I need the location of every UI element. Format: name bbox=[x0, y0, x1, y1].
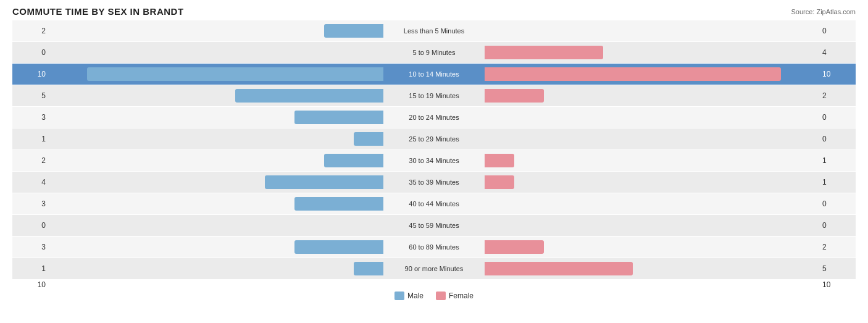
female-value: 0 bbox=[819, 27, 856, 35]
female-value: 4 bbox=[819, 48, 856, 57]
female-value: 2 bbox=[819, 91, 856, 100]
male-bar-container bbox=[49, 89, 385, 103]
male-bar-container bbox=[49, 111, 385, 124]
female-bar bbox=[485, 46, 603, 59]
female-bar-container bbox=[483, 132, 819, 146]
female-bar bbox=[485, 67, 781, 81]
bar-area: 15 to 19 Minutes bbox=[49, 85, 819, 106]
female-bar-container bbox=[483, 154, 819, 167]
chart-row: 05 to 9 Minutes4 bbox=[12, 42, 856, 63]
bar-area: 25 to 29 Minutes bbox=[49, 128, 819, 149]
legend-male: Male bbox=[394, 292, 424, 300]
male-value: 5 bbox=[12, 91, 49, 100]
female-bar-container bbox=[483, 89, 819, 103]
female-bar bbox=[485, 175, 514, 189]
female-value: 10 bbox=[819, 70, 856, 78]
male-bar-container bbox=[49, 175, 385, 189]
row-label: 40 to 44 Minutes bbox=[385, 200, 483, 208]
male-bar bbox=[354, 262, 383, 275]
chart-source: Source: ZipAtlas.com bbox=[791, 8, 856, 15]
male-bar bbox=[294, 111, 383, 124]
row-label: 5 to 9 Minutes bbox=[385, 49, 483, 56]
male-value: 4 bbox=[12, 178, 49, 187]
female-bar-container bbox=[483, 67, 819, 81]
female-bar-container bbox=[483, 240, 819, 254]
female-value: 1 bbox=[819, 178, 856, 187]
chart-row: 340 to 44 Minutes0 bbox=[12, 193, 856, 214]
male-value: 0 bbox=[12, 48, 49, 57]
bar-area: 35 to 39 Minutes bbox=[49, 172, 819, 193]
row-label: 10 to 14 Minutes bbox=[385, 70, 483, 78]
male-bar-container bbox=[49, 46, 385, 59]
bar-area: 5 to 9 Minutes bbox=[49, 42, 819, 63]
male-bar bbox=[235, 89, 383, 103]
chart-row: 045 to 59 Minutes0 bbox=[12, 215, 856, 236]
chart-row: 125 to 29 Minutes0 bbox=[12, 128, 856, 149]
chart-row: 230 to 34 Minutes1 bbox=[12, 150, 856, 171]
male-bar-container bbox=[49, 240, 385, 254]
chart-row: 1010 to 14 Minutes10 bbox=[12, 64, 856, 85]
female-bar bbox=[485, 262, 633, 275]
male-bar bbox=[324, 24, 383, 38]
chart-row: 2Less than 5 Minutes0 bbox=[12, 20, 856, 41]
chart-row: 320 to 24 Minutes0 bbox=[12, 107, 856, 128]
female-value: 2 bbox=[819, 243, 856, 251]
male-bar-container bbox=[49, 154, 385, 167]
row-label: 25 to 29 Minutes bbox=[385, 135, 483, 143]
female-value: 5 bbox=[819, 264, 856, 273]
female-value: 1 bbox=[819, 156, 856, 165]
female-bar-container bbox=[483, 111, 819, 124]
row-label: 45 to 59 Minutes bbox=[385, 222, 483, 229]
female-bar-container bbox=[483, 262, 819, 275]
male-bar-container bbox=[49, 262, 385, 275]
female-bar bbox=[485, 89, 544, 103]
row-label: 60 to 89 Minutes bbox=[385, 243, 483, 251]
female-value: 0 bbox=[819, 221, 856, 230]
row-label: 90 or more Minutes bbox=[385, 265, 483, 272]
male-value: 1 bbox=[12, 264, 49, 273]
legend-female: Female bbox=[436, 292, 474, 300]
axis-right-number: 10 bbox=[819, 280, 856, 289]
bar-area: 20 to 24 Minutes bbox=[49, 107, 819, 128]
male-bar-container bbox=[49, 24, 385, 38]
male-bar bbox=[294, 240, 383, 254]
bar-area: 10 to 14 Minutes bbox=[49, 64, 819, 85]
male-value: 2 bbox=[12, 156, 49, 165]
chart-row: 515 to 19 Minutes2 bbox=[12, 85, 856, 106]
female-bar-container bbox=[483, 197, 819, 211]
male-bar bbox=[265, 175, 383, 189]
bar-area: 60 to 89 Minutes bbox=[49, 237, 819, 258]
female-value: 0 bbox=[819, 113, 856, 122]
female-bar-container bbox=[483, 175, 819, 189]
male-bar-container bbox=[49, 132, 385, 146]
chart-row: 360 to 89 Minutes2 bbox=[12, 237, 856, 258]
male-value: 2 bbox=[12, 27, 49, 35]
female-bar-container bbox=[483, 46, 819, 59]
legend-female-box bbox=[436, 292, 446, 300]
male-value: 3 bbox=[12, 243, 49, 251]
male-value: 1 bbox=[12, 135, 49, 143]
legend: Male Female bbox=[12, 292, 856, 300]
male-value: 3 bbox=[12, 113, 49, 122]
male-value: 3 bbox=[12, 199, 49, 208]
male-bar bbox=[354, 132, 383, 146]
bar-area: 45 to 59 Minutes bbox=[49, 215, 819, 236]
male-bar-container bbox=[49, 219, 385, 232]
female-bar bbox=[485, 240, 544, 254]
legend-male-box bbox=[394, 292, 404, 300]
row-label: 35 to 39 Minutes bbox=[385, 178, 483, 186]
chart-container: COMMUTE TIME BY SEX IN BRANDT Source: Zi… bbox=[0, 0, 868, 323]
male-bar-container bbox=[49, 67, 385, 81]
legend-male-label: Male bbox=[407, 292, 424, 300]
legend-female-label: Female bbox=[449, 292, 474, 300]
chart-body: 2Less than 5 Minutes005 to 9 Minutes4101… bbox=[12, 20, 856, 279]
bar-area: 40 to 44 Minutes bbox=[49, 193, 819, 214]
bar-area: Less than 5 Minutes bbox=[49, 20, 819, 41]
chart-title: COMMUTE TIME BY SEX IN BRANDT bbox=[12, 6, 184, 17]
bottom-axis: 10 10 bbox=[12, 280, 856, 289]
male-bar bbox=[324, 154, 383, 167]
male-bar bbox=[87, 67, 383, 81]
male-bar-container bbox=[49, 197, 385, 211]
row-label: 20 to 24 Minutes bbox=[385, 114, 483, 121]
female-value: 0 bbox=[819, 135, 856, 143]
